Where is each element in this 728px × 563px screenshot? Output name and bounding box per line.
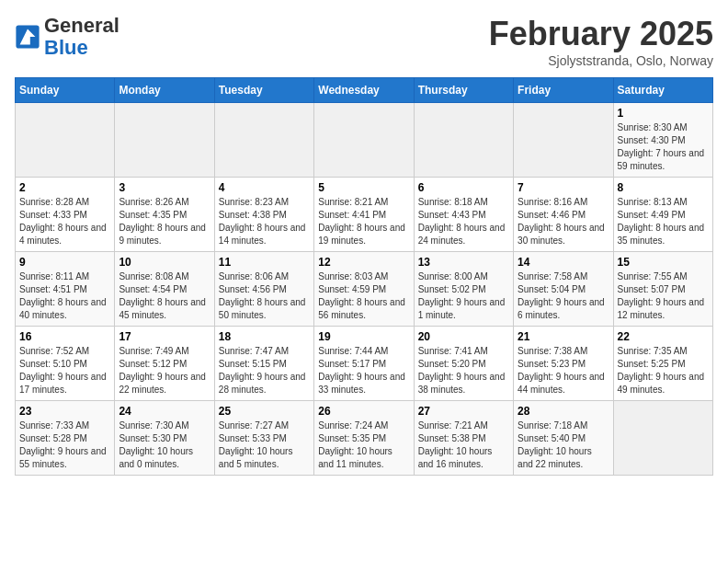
- day-header-sunday: Sunday: [16, 78, 115, 103]
- calendar-cell: 12Sunrise: 8:03 AM Sunset: 4:59 PM Dayli…: [314, 252, 414, 327]
- day-number: 19: [318, 330, 409, 343]
- day-number: 6: [418, 181, 509, 194]
- calendar-cell: 6Sunrise: 8:18 AM Sunset: 4:43 PM Daylig…: [414, 178, 513, 252]
- day-info: Sunrise: 7:24 AM Sunset: 5:35 PM Dayligh…: [318, 419, 409, 471]
- day-header-tuesday: Tuesday: [214, 78, 313, 103]
- calendar-cell: 26Sunrise: 7:24 AM Sunset: 5:35 PM Dayli…: [314, 401, 414, 476]
- day-number: 24: [119, 405, 210, 418]
- calendar-cell: 4Sunrise: 8:23 AM Sunset: 4:38 PM Daylig…: [214, 178, 313, 252]
- day-number: 4: [219, 181, 310, 194]
- calendar-cell: 24Sunrise: 7:30 AM Sunset: 5:30 PM Dayli…: [115, 401, 214, 476]
- day-info: Sunrise: 7:47 AM Sunset: 5:15 PM Dayligh…: [219, 345, 310, 396]
- week-row-3: 9Sunrise: 8:11 AM Sunset: 4:51 PM Daylig…: [16, 252, 713, 327]
- day-number: 27: [418, 405, 509, 418]
- calendar-cell: 9Sunrise: 8:11 AM Sunset: 4:51 PM Daylig…: [16, 252, 115, 327]
- calendar-cell: [16, 103, 115, 178]
- day-number: 3: [119, 181, 210, 194]
- day-info: Sunrise: 8:21 AM Sunset: 4:41 PM Dayligh…: [318, 196, 409, 247]
- day-number: 18: [219, 330, 310, 343]
- day-number: 11: [219, 256, 310, 269]
- day-number: 23: [19, 405, 110, 418]
- calendar-cell: 17Sunrise: 7:49 AM Sunset: 5:12 PM Dayli…: [115, 327, 214, 401]
- day-number: 28: [518, 405, 609, 418]
- calendar-cell: 21Sunrise: 7:38 AM Sunset: 5:23 PM Dayli…: [514, 327, 613, 401]
- day-header-saturday: Saturday: [613, 78, 712, 103]
- day-header-row: SundayMondayTuesdayWednesdayThursdayFrid…: [16, 78, 713, 103]
- day-info: Sunrise: 8:00 AM Sunset: 5:02 PM Dayligh…: [418, 270, 509, 322]
- day-number: 8: [618, 181, 709, 194]
- calendar-cell: [214, 103, 313, 178]
- calendar-cell: [514, 103, 613, 178]
- day-info: Sunrise: 7:35 AM Sunset: 5:25 PM Dayligh…: [618, 345, 709, 396]
- day-info: Sunrise: 8:08 AM Sunset: 4:54 PM Dayligh…: [119, 270, 210, 322]
- day-info: Sunrise: 8:23 AM Sunset: 4:38 PM Dayligh…: [219, 196, 310, 247]
- title-area: February 2025 Sjolyststranda, Oslo, Norw…: [489, 15, 713, 68]
- day-number: 12: [318, 256, 409, 269]
- day-info: Sunrise: 8:16 AM Sunset: 4:46 PM Dayligh…: [518, 196, 609, 247]
- calendar-cell: [314, 103, 414, 178]
- day-number: 26: [318, 405, 409, 418]
- day-number: 10: [119, 256, 210, 269]
- week-row-4: 16Sunrise: 7:52 AM Sunset: 5:10 PM Dayli…: [16, 327, 713, 401]
- day-info: Sunrise: 8:28 AM Sunset: 4:33 PM Dayligh…: [19, 196, 110, 247]
- calendar-cell: 1Sunrise: 8:30 AM Sunset: 4:30 PM Daylig…: [613, 103, 712, 178]
- day-info: Sunrise: 8:06 AM Sunset: 4:56 PM Dayligh…: [219, 270, 310, 322]
- week-row-1: 1Sunrise: 8:30 AM Sunset: 4:30 PM Daylig…: [16, 103, 713, 178]
- calendar-cell: [613, 401, 712, 476]
- day-info: Sunrise: 7:49 AM Sunset: 5:12 PM Dayligh…: [119, 345, 210, 396]
- day-number: 15: [618, 256, 709, 269]
- logo-blue-text: Blue: [44, 36, 88, 59]
- calendar-cell: 7Sunrise: 8:16 AM Sunset: 4:46 PM Daylig…: [514, 178, 613, 252]
- month-title: February 2025: [489, 15, 713, 53]
- calendar-header: SundayMondayTuesdayWednesdayThursdayFrid…: [16, 78, 713, 103]
- day-info: Sunrise: 8:18 AM Sunset: 4:43 PM Dayligh…: [418, 196, 509, 247]
- day-info: Sunrise: 7:44 AM Sunset: 5:17 PM Dayligh…: [318, 345, 409, 396]
- calendar-cell: 11Sunrise: 8:06 AM Sunset: 4:56 PM Dayli…: [214, 252, 313, 327]
- day-number: 16: [19, 330, 110, 343]
- calendar-cell: 2Sunrise: 8:28 AM Sunset: 4:33 PM Daylig…: [16, 178, 115, 252]
- calendar-cell: 10Sunrise: 8:08 AM Sunset: 4:54 PM Dayli…: [115, 252, 214, 327]
- calendar-cell: 23Sunrise: 7:33 AM Sunset: 5:28 PM Dayli…: [16, 401, 115, 476]
- day-info: Sunrise: 8:13 AM Sunset: 4:49 PM Dayligh…: [618, 196, 709, 247]
- week-row-2: 2Sunrise: 8:28 AM Sunset: 4:33 PM Daylig…: [16, 178, 713, 252]
- day-number: 1: [618, 107, 709, 120]
- day-info: Sunrise: 7:33 AM Sunset: 5:28 PM Dayligh…: [19, 419, 110, 471]
- calendar-cell: 27Sunrise: 7:21 AM Sunset: 5:38 PM Dayli…: [414, 401, 513, 476]
- logo-general-text: General: [44, 14, 119, 37]
- logo-icon: [15, 24, 40, 50]
- logo: General Blue: [15, 15, 119, 59]
- day-info: Sunrise: 8:30 AM Sunset: 4:30 PM Dayligh…: [618, 121, 709, 173]
- day-info: Sunrise: 7:21 AM Sunset: 5:38 PM Dayligh…: [418, 419, 509, 471]
- calendar-cell: 3Sunrise: 8:26 AM Sunset: 4:35 PM Daylig…: [115, 178, 214, 252]
- calendar-cell: 20Sunrise: 7:41 AM Sunset: 5:20 PM Dayli…: [414, 327, 513, 401]
- day-header-thursday: Thursday: [414, 78, 513, 103]
- day-number: 14: [518, 256, 609, 269]
- day-number: 2: [19, 181, 110, 194]
- day-number: 25: [219, 405, 310, 418]
- calendar-cell: 28Sunrise: 7:18 AM Sunset: 5:40 PM Dayli…: [514, 401, 613, 476]
- day-number: 17: [119, 330, 210, 343]
- header: General Blue February 2025 Sjolyststrand…: [15, 15, 713, 68]
- day-info: Sunrise: 8:11 AM Sunset: 4:51 PM Dayligh…: [19, 270, 110, 322]
- day-info: Sunrise: 7:58 AM Sunset: 5:04 PM Dayligh…: [518, 270, 609, 322]
- location-subtitle: Sjolyststranda, Oslo, Norway: [489, 53, 713, 68]
- day-number: 9: [19, 256, 110, 269]
- day-info: Sunrise: 7:38 AM Sunset: 5:23 PM Dayligh…: [518, 345, 609, 396]
- day-number: 13: [418, 256, 509, 269]
- day-number: 5: [318, 181, 409, 194]
- calendar-cell: [115, 103, 214, 178]
- calendar-cell: 15Sunrise: 7:55 AM Sunset: 5:07 PM Dayli…: [613, 252, 712, 327]
- calendar-cell: 13Sunrise: 8:00 AM Sunset: 5:02 PM Dayli…: [414, 252, 513, 327]
- day-info: Sunrise: 7:52 AM Sunset: 5:10 PM Dayligh…: [19, 345, 110, 396]
- calendar: SundayMondayTuesdayWednesdayThursdayFrid…: [15, 77, 713, 476]
- day-header-wednesday: Wednesday: [314, 78, 414, 103]
- day-info: Sunrise: 7:55 AM Sunset: 5:07 PM Dayligh…: [618, 270, 709, 322]
- calendar-body: 1Sunrise: 8:30 AM Sunset: 4:30 PM Daylig…: [16, 103, 713, 476]
- calendar-cell: 16Sunrise: 7:52 AM Sunset: 5:10 PM Dayli…: [16, 327, 115, 401]
- week-row-5: 23Sunrise: 7:33 AM Sunset: 5:28 PM Dayli…: [16, 401, 713, 476]
- calendar-cell: [414, 103, 513, 178]
- day-number: 22: [618, 330, 709, 343]
- day-header-monday: Monday: [115, 78, 214, 103]
- calendar-cell: 14Sunrise: 7:58 AM Sunset: 5:04 PM Dayli…: [514, 252, 613, 327]
- calendar-cell: 22Sunrise: 7:35 AM Sunset: 5:25 PM Dayli…: [613, 327, 712, 401]
